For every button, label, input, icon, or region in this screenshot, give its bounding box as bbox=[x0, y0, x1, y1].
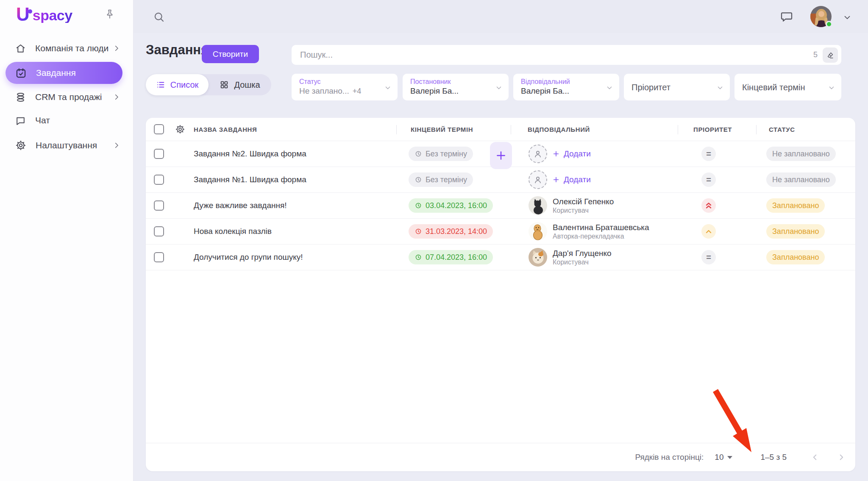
due-date-pill[interactable]: Без терміну bbox=[409, 172, 473, 187]
assignee-name[interactable]: Олексій Гепенко bbox=[553, 197, 614, 206]
filter-label: Постановник bbox=[410, 78, 502, 86]
priority-urgent-icon[interactable] bbox=[701, 198, 716, 213]
task-title[interactable]: Нова колекція пазлів bbox=[194, 227, 396, 236]
task-title[interactable]: Завдання №1. Швидка форма bbox=[194, 175, 396, 184]
rows-per-page-dropdown[interactable]: 10 bbox=[715, 453, 732, 462]
task-title[interactable]: Дуже важливе завдання! bbox=[194, 201, 396, 210]
sidebar-item-label: CRM та продажі bbox=[35, 92, 102, 102]
status-badge[interactable]: Заплановано bbox=[766, 250, 825, 264]
task-title[interactable]: Завдання №2. Швидка форма bbox=[194, 149, 396, 158]
filter-value: Валерія Ба... bbox=[521, 86, 612, 96]
table-row[interactable]: Завдання №1. Швидка форма Без терміну До… bbox=[146, 167, 855, 193]
topbar bbox=[134, 0, 868, 33]
status-badge[interactable]: Не заплановано bbox=[766, 172, 836, 187]
pin-icon[interactable] bbox=[104, 8, 115, 19]
filter-label: Відповідальний bbox=[521, 78, 612, 86]
sidebar-item-label: Завдання bbox=[36, 68, 76, 78]
priority-normal-icon[interactable]: = bbox=[701, 250, 716, 264]
sidebar-item-crm[interactable]: CRM та продажі bbox=[0, 87, 133, 107]
column-header-status[interactable]: СТАТУС bbox=[756, 118, 855, 141]
filter-value: Не заплано... bbox=[299, 86, 349, 95]
add-assignee-label: Додати bbox=[564, 175, 591, 184]
chat-bubble-icon[interactable] bbox=[780, 10, 793, 23]
filter-label: Пріоритет bbox=[632, 82, 670, 92]
status-badge[interactable]: Заплановано bbox=[766, 198, 825, 213]
due-date-pill[interactable]: Без терміну bbox=[409, 147, 473, 161]
filter-extra-count: +4 bbox=[353, 87, 362, 95]
chevron-down-icon bbox=[606, 84, 613, 92]
select-all-checkbox[interactable] bbox=[154, 124, 164, 134]
priority-normal-icon[interactable]: = bbox=[701, 172, 716, 187]
sidebar-item-label: Налаштування bbox=[36, 140, 97, 150]
filter-status[interactable]: Статус Не заплано...+4 bbox=[292, 74, 398, 100]
clear-filters-button[interactable] bbox=[823, 47, 838, 63]
due-date-text: Без терміну bbox=[426, 175, 467, 184]
table-header-row: НАЗВА ЗАВДАННЯ КІНЦЕВИЙ ТЕРМІН ВІДПОВІДА… bbox=[146, 118, 855, 141]
search-icon[interactable] bbox=[153, 11, 165, 23]
pagination-prev-button[interactable] bbox=[810, 453, 820, 462]
task-title[interactable]: Долучитися до групи пошуку! bbox=[194, 253, 396, 262]
view-toggle-list[interactable]: Список bbox=[146, 74, 209, 95]
assignee-role: Авторка-перекладачка bbox=[553, 232, 649, 241]
sidebar-item-company[interactable]: Компанія та люди bbox=[0, 39, 133, 58]
due-date-pill[interactable]: 07.04.2023, 16:00 bbox=[409, 250, 493, 264]
filter-label: Кінцевий термін bbox=[742, 82, 805, 92]
priority-high-icon[interactable] bbox=[701, 224, 716, 239]
column-header-name[interactable]: НАЗВА ЗАВДАННЯ bbox=[194, 118, 396, 141]
filter-deadline[interactable]: Кінцевий термін bbox=[734, 74, 841, 100]
quick-add-button[interactable] bbox=[490, 142, 512, 169]
filter-assignee[interactable]: Відповідальний Валерія Ба... bbox=[513, 74, 619, 100]
row-checkbox[interactable] bbox=[154, 226, 164, 236]
pagination-range: 1–5 з 5 bbox=[760, 453, 787, 462]
row-checkbox[interactable] bbox=[154, 200, 164, 211]
list-icon bbox=[156, 80, 165, 89]
grid-icon bbox=[220, 80, 229, 89]
tasks-table-card: НАЗВА ЗАВДАННЯ КІНЦЕВИЙ ТЕРМІН ВІДПОВІДА… bbox=[146, 118, 855, 471]
table-settings-gear-icon[interactable] bbox=[175, 124, 194, 134]
calendar-check-icon bbox=[15, 67, 27, 79]
user-avatar[interactable] bbox=[810, 6, 832, 27]
column-header-assignee[interactable]: ВІДПОВІДАЛЬНИЙ bbox=[511, 118, 678, 141]
row-checkbox[interactable] bbox=[154, 149, 164, 159]
status-badge[interactable]: Заплановано bbox=[766, 224, 825, 239]
filter-reporter[interactable]: Постановник Валерія Ба... bbox=[403, 74, 509, 100]
task-search-bar: 5 bbox=[292, 45, 841, 65]
table-row[interactable]: Долучитися до групи пошуку! 07.04.2023, … bbox=[146, 245, 855, 270]
filter-label: Статус bbox=[299, 78, 391, 86]
filter-value: Валерія Ба... bbox=[410, 86, 502, 96]
status-badge[interactable]: Не заплановано bbox=[766, 147, 836, 161]
row-checkbox[interactable] bbox=[154, 175, 164, 185]
assignee-name[interactable]: Дар'я Глущенко bbox=[553, 248, 612, 258]
row-checkbox[interactable] bbox=[154, 252, 164, 262]
database-icon bbox=[15, 92, 26, 103]
column-header-deadline[interactable]: КІНЦЕВИЙ ТЕРМІН bbox=[396, 118, 511, 141]
assignee-placeholder-icon bbox=[529, 170, 547, 189]
assignee-name[interactable]: Валентина Браташевська bbox=[553, 222, 649, 232]
due-date-pill[interactable]: 31.03.2023, 14:00 bbox=[409, 224, 493, 239]
chevron-right-icon bbox=[113, 142, 120, 149]
chevron-down-icon[interactable] bbox=[843, 13, 852, 22]
sidebar-item-chat[interactable]: Чат bbox=[0, 111, 133, 130]
assignee-avatar-peanut bbox=[529, 222, 547, 241]
uspacy-logo[interactable]: Uspacy bbox=[16, 6, 72, 23]
sidebar: Uspacy Компанія та люди Завдання CRM bbox=[0, 0, 134, 481]
due-date-pill[interactable]: 03.04.2023, 16:00 bbox=[409, 198, 493, 213]
column-header-priority[interactable]: ПРІОРИТЕТ bbox=[678, 118, 756, 141]
pagination-next-button[interactable] bbox=[837, 453, 846, 462]
sidebar-item-tasks[interactable]: Завдання bbox=[6, 62, 122, 84]
view-toggle-board[interactable]: Дошка bbox=[209, 74, 271, 95]
due-date-text: 31.03.2023, 14:00 bbox=[426, 227, 487, 236]
sidebar-item-settings[interactable]: Налаштування bbox=[0, 136, 133, 155]
chat-icon bbox=[15, 115, 26, 126]
priority-normal-icon[interactable]: = bbox=[701, 147, 716, 161]
search-result-count: 5 bbox=[813, 50, 818, 59]
table-row[interactable]: Дуже важливе завдання! 03.04.2023, 16:00… bbox=[146, 193, 855, 219]
add-assignee-button[interactable]: Додати bbox=[553, 175, 591, 184]
add-assignee-button[interactable]: Додати bbox=[553, 149, 591, 158]
rows-per-page-label: Рядків на сторінці: bbox=[635, 453, 704, 462]
create-task-button[interactable]: Створити bbox=[202, 45, 259, 63]
task-search-input[interactable] bbox=[300, 50, 813, 60]
table-row[interactable]: Нова колекція пазлів 31.03.2023, 14:00 В… bbox=[146, 219, 855, 245]
chevron-down-icon bbox=[828, 84, 835, 92]
filter-priority[interactable]: Пріоритет bbox=[624, 74, 730, 100]
